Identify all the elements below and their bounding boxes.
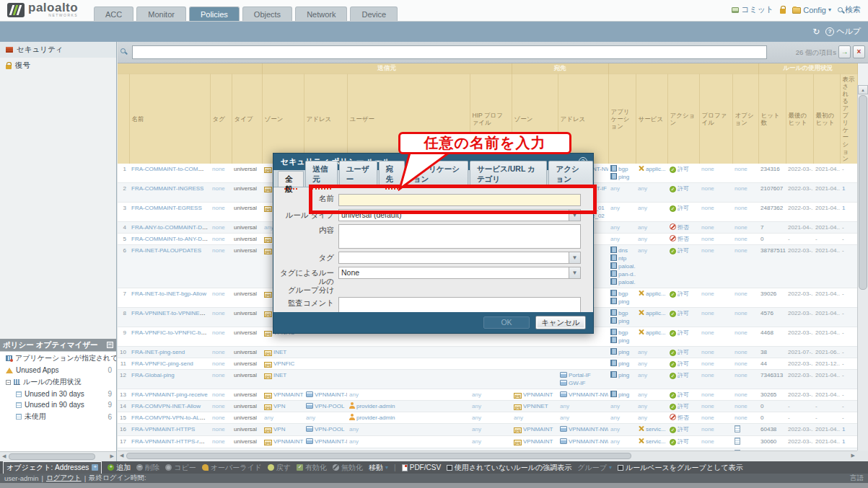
nav-tab-device[interactable]: Device <box>350 6 398 21</box>
cell-link[interactable]: VPNINET <box>523 403 548 409</box>
col-src-address[interactable]: アドレス <box>304 74 347 164</box>
config-menu[interactable]: Config▾ <box>792 6 831 14</box>
rule-name-link[interactable]: FRA-INET-ping-send <box>131 349 185 355</box>
action-label[interactable]: 拒否 <box>678 236 689 242</box>
cell-link[interactable]: VPN-POOL <box>315 403 344 409</box>
cell-link[interactable]: VPNMAINT <box>523 426 553 432</box>
col-name[interactable]: 名前 <box>129 74 210 164</box>
apps-seen-value[interactable]: 1 <box>842 205 845 211</box>
cell-link[interactable]: VPNFIC <box>273 360 294 367</box>
cell-link[interactable]: VPN <box>273 403 285 409</box>
cell-link[interactable]: bgp <box>618 290 628 297</box>
cell-link[interactable]: VPN-POOL <box>315 426 344 432</box>
cell-link[interactable]: VPNMAINT-NW <box>315 438 347 445</box>
rule-name-link[interactable]: FRA-COMMAINT-to-ANY-Deny <box>131 236 210 242</box>
rule-name-link[interactable]: FRA-COMVPN-INET-Allow <box>131 403 201 409</box>
pdf-csv-button[interactable]: PDF/CSV <box>402 463 441 471</box>
cell-link[interactable]: paloal... <box>618 263 636 270</box>
action-label[interactable]: 許可 <box>678 372 689 378</box>
table-vscrollbar[interactable]: ▲ ▼ <box>857 85 868 451</box>
cell-link[interactable]: bgp <box>618 329 628 336</box>
rule-row[interactable]: 12FRA-Global-pingnoneuniversalINET Porta… <box>118 369 857 389</box>
tree-collapse-icon[interactable]: − <box>6 380 11 385</box>
optimizer-item[interactable]: −ルールの使用状況 <box>0 376 116 389</box>
dialog-tab[interactable]: 全般 <box>278 171 304 187</box>
cancel-button[interactable]: キャンセル <box>535 316 586 329</box>
optimizer-item[interactable]: Unused Apps0 <box>0 365 116 376</box>
cell-link[interactable]: GW-IF <box>569 380 585 386</box>
scroll-thumb[interactable] <box>859 95 867 290</box>
action-label[interactable]: 許可 <box>678 349 689 355</box>
apps-seen-value[interactable]: 1 <box>842 438 845 445</box>
language-link[interactable]: 言語 <box>850 474 864 483</box>
cell-link[interactable]: VPNMAINT-NW <box>569 438 608 445</box>
cell-link[interactable]: bgp <box>618 166 628 172</box>
action-label[interactable]: 拒否 <box>678 414 689 421</box>
rule-name-link[interactable]: FRA-COMMAINT-to-COMMAINT-bgp-Al... <box>131 166 210 172</box>
nav-tab-acc[interactable]: ACC <box>94 6 133 21</box>
cell-link[interactable]: VPNMAINT-NW <box>569 426 608 432</box>
nav-tab-monitor[interactable]: Monitor <box>136 6 186 21</box>
cell-link[interactable]: paloal.. <box>618 279 636 285</box>
cell-link[interactable]: applic... <box>646 166 666 172</box>
cell-link[interactable]: ping <box>618 349 629 355</box>
cell-link[interactable]: ntp <box>618 255 626 262</box>
cell-link[interactable]: ping <box>618 372 629 378</box>
cell-link[interactable]: servic... <box>646 438 666 445</box>
table-hscrollbar[interactable]: ◀ ▶ <box>118 451 857 461</box>
action-label[interactable]: 許可 <box>678 290 689 297</box>
col-apps-seen[interactable]: 表示されるアプリケーション <box>840 74 857 164</box>
rule-row[interactable]: 10FRA-INET-ping-sendnoneuniversalINET pi… <box>118 346 857 358</box>
cell-link[interactable]: ping <box>618 318 629 324</box>
global-search[interactable]: 検索 <box>838 4 861 15</box>
col-type[interactable]: タイプ <box>232 74 262 164</box>
cell-link[interactable]: VPNMAINT <box>273 438 303 445</box>
move-button[interactable]: 移動▾ <box>369 463 388 473</box>
cell-link[interactable]: Portal-IF <box>569 372 591 378</box>
action-label[interactable]: 許可 <box>678 329 689 336</box>
scroll-right-icon[interactable]: ▶ <box>851 453 855 458</box>
nav-tab-policies[interactable]: Policies <box>189 6 240 21</box>
sidebar-item-security[interactable]: セキュリティ <box>0 42 116 58</box>
logout-link[interactable]: ログアウト <box>46 474 82 483</box>
cell-link[interactable]: provider-admin <box>356 403 395 409</box>
col-src-zone[interactable]: ゾーン <box>262 74 304 164</box>
action-label[interactable]: 許可 <box>678 391 689 398</box>
cell-link[interactable]: applic... <box>646 310 666 316</box>
action-label[interactable]: 許可 <box>678 185 689 192</box>
rule-name-link[interactable]: FRA-COMMAINT-INGRESS <box>131 185 203 192</box>
cell-link[interactable]: VPNMAINT-NW <box>569 391 608 398</box>
sidebar-item-decryption[interactable]: 復号 <box>0 58 116 74</box>
rule-row[interactable]: 11FRA-VPNFIC-ping-sendnoneuniversalVPNFI… <box>118 358 857 369</box>
apps-seen-value[interactable]: 1 <box>842 185 845 192</box>
rule-name-link[interactable]: FRA-VPNMAINT-HTTPS <box>131 426 195 432</box>
cell-link[interactable]: ping <box>618 391 629 398</box>
col-first-hit[interactable]: 最初のヒット <box>813 74 840 164</box>
rule-row[interactable]: 15FRA-COMVPN-VPN-to-ALLDENYnoneuniversal… <box>118 412 857 423</box>
cell-link[interactable]: VPNMAINT <box>523 391 553 398</box>
nav-tab-network[interactable]: Network <box>295 6 347 21</box>
col-hit-count[interactable]: ヒット数 <box>758 74 786 164</box>
action-label[interactable]: 許可 <box>678 360 689 367</box>
action-label[interactable]: 許可 <box>678 426 689 432</box>
lock-icon[interactable] <box>780 9 786 14</box>
description-textarea[interactable] <box>338 224 581 249</box>
highlight-unused-rules-checkbox[interactable]: 使用されていないルールの強調表示 <box>447 463 571 473</box>
scroll-thumb[interactable] <box>126 453 631 459</box>
cell-link[interactable]: ping <box>618 360 629 367</box>
action-label[interactable]: 許可 <box>678 247 689 254</box>
rule-name-link[interactable]: FRA-COMVPN-VPN-to-ALLDENY <box>131 414 210 421</box>
rule-name-link[interactable]: FRA-VPNMAINT-ping-receive <box>131 391 208 398</box>
cell-link[interactable]: applic... <box>646 329 666 336</box>
apps-seen-value[interactable]: 1 <box>842 426 845 432</box>
action-label[interactable]: 許可 <box>678 403 689 409</box>
optimizer-item[interactable]: 未使用6 <box>0 410 116 423</box>
cell-link[interactable]: INET <box>273 349 286 355</box>
action-label[interactable]: 許可 <box>678 438 689 445</box>
dialog-tab[interactable]: ユーザー <box>339 161 377 187</box>
scroll-left-icon[interactable]: ◀ <box>120 453 123 458</box>
col-application[interactable]: アプリケーション <box>608 74 636 164</box>
cell-link[interactable]: VPNMAINT-NW <box>315 391 347 398</box>
apply-filter-button[interactable]: → <box>838 45 851 58</box>
cell-link[interactable]: INET <box>273 372 286 378</box>
